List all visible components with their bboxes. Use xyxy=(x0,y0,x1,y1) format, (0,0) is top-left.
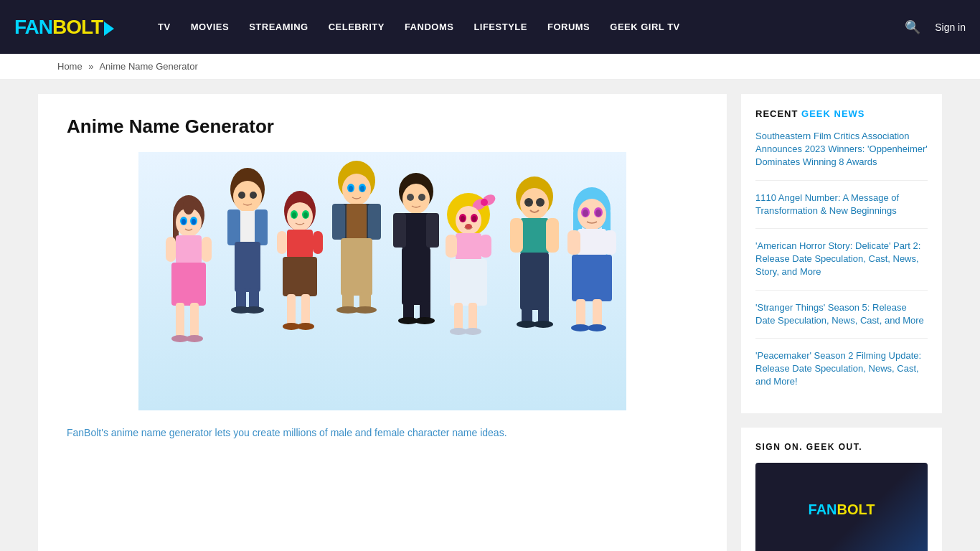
breadcrumb: Home » Anime Name Generator xyxy=(0,54,980,80)
svg-rect-64 xyxy=(426,213,439,248)
svg-point-19 xyxy=(238,192,245,199)
svg-rect-39 xyxy=(287,294,296,326)
svg-rect-22 xyxy=(227,209,240,245)
svg-rect-14 xyxy=(190,303,199,339)
svg-rect-108 xyxy=(578,229,606,256)
svg-rect-10 xyxy=(166,237,176,262)
search-button[interactable]: 🔍 xyxy=(905,19,920,35)
nav-tv[interactable]: TV xyxy=(158,22,171,32)
svg-point-89 xyxy=(520,188,549,220)
logo-bolt: BOLT xyxy=(52,16,103,38)
anime-image-container xyxy=(131,152,633,410)
logo-fan: FAN xyxy=(14,16,52,38)
svg-point-18 xyxy=(233,181,262,212)
svg-point-47 xyxy=(349,186,353,192)
news-link-5[interactable]: 'Peacemaker' Season 2 Filming Update: Re… xyxy=(755,349,928,389)
svg-point-8 xyxy=(183,197,194,215)
news-item-2: 1110 Angel Number: A Message of Transfor… xyxy=(755,192,928,229)
svg-rect-113 xyxy=(593,299,602,328)
svg-rect-37 xyxy=(313,231,323,254)
sign-on-logo-fan: FAN xyxy=(809,501,837,517)
sign-on-preview: FANBOLT xyxy=(755,463,928,551)
svg-rect-0 xyxy=(138,152,626,410)
news-item-5: 'Peacemaker' Season 2 Filming Update: Re… xyxy=(755,349,928,400)
news-link-2[interactable]: 1110 Angel Number: A Message of Transfor… xyxy=(755,192,928,217)
sign-on-box: SIGN ON. GEEK OUT. FANBOLT xyxy=(741,428,942,551)
breadcrumb-home[interactable]: Home xyxy=(57,61,83,72)
svg-point-61 xyxy=(418,194,425,201)
main-wrapper: Anime Name Generator xyxy=(24,94,956,551)
sign-on-title: SIGN ON. GEEK OUT. xyxy=(755,442,928,452)
news-link-1[interactable]: Southeastern Film Critics Association An… xyxy=(755,130,928,169)
svg-point-59 xyxy=(402,184,430,214)
article-area: Anime Name Generator xyxy=(38,94,727,551)
svg-rect-84 xyxy=(454,303,463,331)
news-item-1: Southeastern Film Critics Association An… xyxy=(755,130,928,181)
nav-geek-girl-tv[interactable]: GEEK GIRL TV xyxy=(610,22,680,32)
svg-point-44 xyxy=(342,174,371,205)
svg-rect-110 xyxy=(603,230,616,255)
svg-point-28 xyxy=(244,306,264,314)
sidebar: RECENT GEEK NEWS Southeastern Film Criti… xyxy=(741,94,942,551)
header-right: 🔍 Sign in xyxy=(905,19,966,35)
svg-point-106 xyxy=(583,209,588,217)
nav-celebrity[interactable]: CELEBRITY xyxy=(329,22,385,32)
svg-rect-83 xyxy=(450,259,487,306)
nav-forums[interactable]: FORUMS xyxy=(547,22,590,32)
svg-point-48 xyxy=(360,186,364,192)
svg-rect-109 xyxy=(567,230,580,255)
news-link-4[interactable]: 'Stranger Things' Season 5: Release Date… xyxy=(755,301,928,327)
sign-in-button[interactable]: Sign in xyxy=(935,22,966,33)
svg-rect-52 xyxy=(347,204,367,240)
article-description: FanBolt's anime name generator lets you … xyxy=(67,425,698,441)
svg-point-34 xyxy=(303,212,308,218)
svg-point-20 xyxy=(250,192,257,199)
main-nav: TV MOVIES STREAMING CELEBRITY FANDOMS LI… xyxy=(158,22,883,32)
svg-point-107 xyxy=(595,209,601,217)
nav-fandoms[interactable]: FANDOMS xyxy=(405,22,454,32)
svg-rect-63 xyxy=(393,213,406,248)
svg-point-30 xyxy=(287,202,313,231)
svg-point-74 xyxy=(456,206,481,235)
svg-rect-11 xyxy=(202,237,212,262)
svg-rect-40 xyxy=(301,294,310,326)
svg-point-33 xyxy=(292,212,296,218)
svg-point-42 xyxy=(297,323,314,330)
svg-rect-13 xyxy=(176,303,184,339)
svg-rect-12 xyxy=(171,263,206,306)
svg-rect-112 xyxy=(576,299,585,328)
svg-point-73 xyxy=(481,199,488,206)
svg-point-16 xyxy=(186,335,203,342)
svg-point-77 xyxy=(461,216,465,222)
svg-point-69 xyxy=(415,317,435,324)
recent-news-title: RECENT GEEK NEWS xyxy=(755,108,928,119)
svg-point-99 xyxy=(533,321,553,328)
nav-movies[interactable]: MOVIES xyxy=(191,22,230,32)
svg-point-6 xyxy=(182,219,186,225)
svg-point-115 xyxy=(588,324,606,331)
svg-rect-51 xyxy=(368,204,381,240)
article-title: Anime Name Generator xyxy=(67,116,698,138)
breadcrumb-separator: » xyxy=(88,61,93,72)
svg-rect-85 xyxy=(468,303,477,331)
news-item-3: 'American Horror Story: Delicate' Part 2… xyxy=(755,240,928,291)
nav-streaming[interactable]: STREAMING xyxy=(249,22,308,32)
svg-point-60 xyxy=(407,194,414,201)
news-item-4: 'Stranger Things' Season 5: Release Date… xyxy=(755,301,928,339)
recent-news-box: RECENT GEEK NEWS Southeastern Film Criti… xyxy=(741,94,942,413)
sign-on-logo-bolt: BOLT xyxy=(837,501,875,517)
svg-rect-81 xyxy=(446,235,457,258)
svg-rect-80 xyxy=(456,233,481,260)
svg-rect-111 xyxy=(572,255,612,301)
svg-rect-35 xyxy=(287,230,313,258)
news-link-3[interactable]: 'American Horror Story: Delicate' Part 2… xyxy=(755,240,928,279)
svg-rect-93 xyxy=(510,218,523,253)
svg-point-114 xyxy=(571,324,590,331)
svg-rect-65 xyxy=(402,248,430,305)
nav-lifestyle[interactable]: LIFESTYLE xyxy=(473,22,527,32)
svg-rect-92 xyxy=(520,218,549,254)
logo[interactable]: FANBOLT xyxy=(14,16,136,39)
svg-rect-50 xyxy=(332,204,345,240)
svg-rect-9 xyxy=(176,235,202,264)
anime-characters-svg xyxy=(131,152,633,410)
